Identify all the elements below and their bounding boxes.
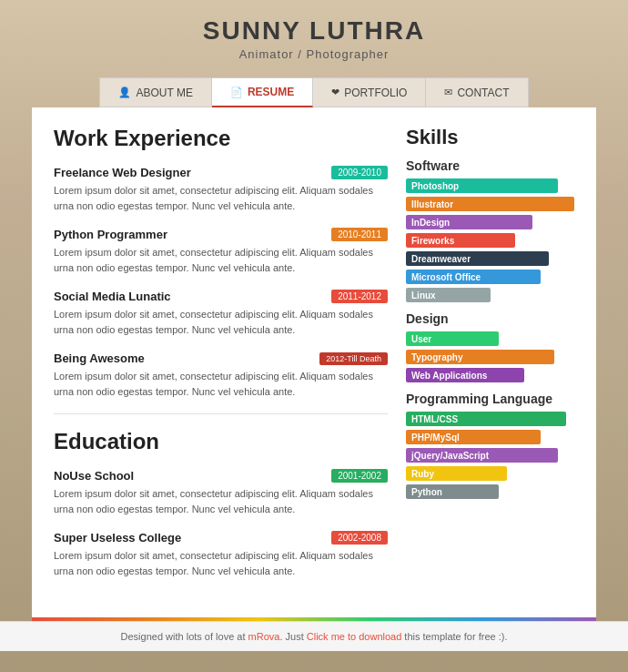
skill-bar-container: Photoshop (406, 178, 574, 193)
skill-bar-container: Microsoft Office (406, 270, 574, 284)
work-item-date: 2012-Till Death (319, 352, 388, 365)
work-item-desc: Lorem ipsum dolor sit amet, consectetur … (54, 307, 388, 337)
work-experience-section: Work Experience Freelance Web Designer 2… (54, 126, 388, 399)
skill-bar-linux: Linux (406, 288, 491, 302)
skill-bar-ruby: Ruby (406, 466, 507, 481)
skill-bar-container: Fireworks (406, 233, 574, 248)
tab-resume-label: RESUME (248, 86, 294, 98)
skill-bar-indesign: InDesign (406, 215, 532, 229)
skill-bar-container: Linux (406, 288, 574, 302)
skills-programming-category: Programming Language HTML/CSS PHP/MySql … (406, 392, 574, 499)
work-item-title: Freelance Web Designer (54, 166, 191, 179)
work-item-desc: Lorem ipsum dolor sit amet, consectetur … (54, 245, 388, 275)
skills-title: Skills (406, 126, 574, 149)
skill-bar-container: Python (406, 484, 574, 499)
skill-bar-photoshop: Photoshop (406, 178, 558, 193)
skill-bar-htmlcss: HTML/CSS (406, 412, 566, 426)
edu-item-header: Super Useless College 2002-2008 (54, 531, 388, 545)
skill-bar-container: Ruby (406, 466, 574, 481)
person-subtitle: Animator / Photographer (0, 47, 628, 61)
work-item-date: 2009-2010 (331, 166, 388, 179)
skill-bar-dreamweaver: Dreamweaver (406, 251, 549, 266)
skill-bar-container: Typography (406, 350, 574, 364)
skill-bar-container: User (406, 331, 574, 346)
heart-icon: ❤ (331, 87, 339, 98)
skill-bar-illustrator: Illustrator (406, 197, 574, 211)
skills-programming-title: Programming Language (406, 392, 574, 406)
work-item: Social Media Lunatic 2011-2012 Lorem ips… (54, 290, 388, 337)
work-item-header: Python Programmer 2010-2011 (54, 228, 388, 241)
skill-bar-python: Python (406, 484, 499, 499)
tab-portfolio[interactable]: ❤ PORTFOLIO (313, 77, 426, 107)
skills-design-title: Design (406, 311, 574, 326)
work-item-date: 2011-2012 (331, 290, 388, 303)
skill-bar-container: InDesign (406, 215, 574, 229)
work-item-header: Freelance Web Designer 2009-2010 (54, 166, 388, 179)
left-column: Work Experience Freelance Web Designer 2… (54, 126, 388, 599)
tab-resume[interactable]: 📄 RESUME (212, 77, 313, 107)
skill-bar-container: HTML/CSS (406, 412, 574, 426)
work-item: Freelance Web Designer 2009-2010 Lorem i… (54, 166, 388, 213)
edu-item-desc: Lorem ipsum dolor sit amet, consectetur … (54, 486, 388, 516)
edu-item-desc: Lorem ipsum dolor sit amet, consectetur … (54, 548, 388, 578)
work-experience-title: Work Experience (54, 126, 388, 155)
edu-item-title: Super Useless College (54, 531, 181, 545)
person-name: SUNNY LUTHRA (0, 16, 628, 46)
work-item-title: Social Media Lunatic (54, 290, 171, 303)
edu-item-title: NoUse School (54, 469, 134, 483)
edu-item: NoUse School 2001-2002 Lorem ipsum dolor… (54, 469, 388, 516)
navigation: 👤 ABOUT ME 📄 RESUME ❤ PORTFOLIO ✉ CONTAC… (99, 77, 528, 107)
edu-item-header: NoUse School 2001-2002 (54, 469, 388, 483)
skill-bar-container: Dreamweaver (406, 251, 574, 266)
resume-icon: 📄 (230, 87, 243, 98)
work-item-header: Being Awesome 2012-Till Death (54, 351, 388, 365)
work-item: Being Awesome 2012-Till Death Lorem ipsu… (54, 351, 388, 399)
skill-bar-fireworks: Fireworks (406, 233, 515, 248)
work-item-desc: Lorem ipsum dolor sit amet, consectetur … (54, 369, 388, 399)
skills-software-title: Software (406, 158, 574, 173)
right-column: Skills Software Photoshop Illustrator In… (406, 126, 574, 599)
skill-bar-container: Illustrator (406, 197, 574, 211)
section-divider (54, 413, 388, 414)
education-section: Education NoUse School 2001-2002 Lorem i… (54, 429, 388, 578)
skills-software-category: Software Photoshop Illustrator InDesign (406, 158, 574, 302)
work-item-header: Social Media Lunatic 2011-2012 (54, 290, 388, 303)
tab-contact-label: CONTACT (457, 87, 509, 99)
tab-portfolio-label: PORTFOLIO (344, 87, 407, 99)
skill-bar-jquery: jQuery/JavaScript (406, 448, 558, 463)
edu-item-date: 2001-2002 (331, 469, 388, 483)
skill-bar-msoffice: Microsoft Office (406, 270, 541, 284)
work-item-desc: Lorem ipsum dolor sit amet, consectetur … (54, 183, 388, 213)
skills-design-category: Design User Typography Web Applications (406, 311, 574, 382)
edu-item: Super Useless College 2002-2008 Lorem ip… (54, 531, 388, 578)
skill-bar-container: Web Applications (406, 368, 574, 382)
footer-text-after: this template for free :). (401, 631, 507, 642)
work-item-title: Being Awesome (54, 351, 145, 365)
work-item-title: Python Programmer (54, 228, 167, 241)
user-icon: 👤 (118, 87, 131, 98)
footer: Designed with lots of love at mRova. Jus… (0, 621, 628, 651)
work-item-date: 2010-2011 (331, 228, 388, 241)
skill-bar-user: User (406, 331, 499, 346)
skill-bar-phpmysql: PHP/MySql (406, 430, 541, 444)
tab-about-me[interactable]: 👤 ABOUT ME (99, 77, 211, 107)
work-item: Python Programmer 2010-2011 Lorem ipsum … (54, 228, 388, 275)
tab-contact[interactable]: ✉ CONTACT (426, 77, 528, 107)
content-card: Work Experience Freelance Web Designer 2… (32, 107, 596, 617)
tab-about-me-label: ABOUT ME (136, 87, 192, 99)
main-container: SUNNY LUTHRA Animator / Photographer 👤 A… (0, 0, 628, 651)
skill-bar-typography: Typography (406, 350, 554, 364)
footer-link-download[interactable]: Click me to download (307, 631, 402, 642)
skill-bar-container: jQuery/JavaScript (406, 448, 574, 463)
skill-bar-webapps: Web Applications (406, 368, 524, 382)
header: SUNNY LUTHRA Animator / Photographer (0, 0, 628, 68)
skill-bar-container: PHP/MySql (406, 430, 574, 444)
mail-icon: ✉ (444, 87, 452, 98)
education-title: Education (54, 429, 388, 458)
edu-item-date: 2002-2008 (331, 531, 388, 545)
footer-link-mrova[interactable]: mRova (248, 631, 280, 642)
footer-text-middle: . Just (279, 631, 306, 642)
footer-text-before: Designed with lots of love at (121, 631, 248, 642)
